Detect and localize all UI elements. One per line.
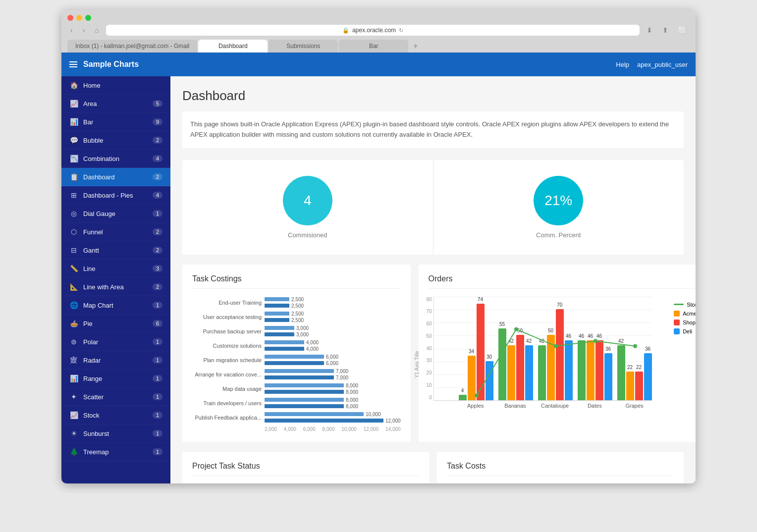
- hbar-bar-wrap-1: 6,000: [265, 354, 401, 360]
- orders-bar-value: 36: [645, 346, 650, 352]
- sidebar-item-treemap[interactable]: 🌲 Treemap 1: [61, 443, 170, 461]
- sidebar-item-radar[interactable]: 🕸 Radar 1: [61, 351, 170, 370]
- sidebar-item-line[interactable]: 📏 Line 3: [61, 260, 170, 278]
- orders-bar-value: 70: [557, 302, 562, 308]
- sidebar-label-range: Range: [83, 375, 102, 382]
- sidebar-item-bar[interactable]: 📊 Bar 9: [61, 113, 170, 131]
- commissioned-value: 4: [304, 193, 312, 209]
- dial-gauge-icon: ◎: [69, 210, 78, 217]
- sidebar-item-polar[interactable]: ⊚ Polar 1: [61, 333, 170, 351]
- task-row: Plan migration schedule 6,000 6,000: [192, 354, 401, 366]
- orders-bar: 46: [595, 340, 603, 400]
- hbar-bar-dark: [265, 361, 324, 365]
- close-button[interactable]: [67, 15, 73, 21]
- tab-dashboard[interactable]: Dashboard: [198, 40, 268, 53]
- sidebar-item-home[interactable]: 🏠 Home: [61, 76, 170, 95]
- pie-icon: 🥧: [69, 319, 78, 327]
- sidebar-item-map-chart[interactable]: 🌐 Map Chart 1: [61, 296, 170, 315]
- orders-bar-value: 22: [627, 365, 633, 370]
- sidebar-item-dashboard-pies[interactable]: ⊞ Dashboard - Pies 4: [61, 186, 170, 205]
- sidebar-item-dashboard[interactable]: 📋 Dashboard 2: [61, 168, 170, 186]
- sidebar-item-area[interactable]: 📈 Area 5: [61, 95, 170, 113]
- sidebar-item-scatter[interactable]: ✦ Scatter 1: [61, 388, 170, 406]
- hbar-bar-dark: [265, 390, 344, 394]
- orders-bar: 42: [538, 345, 546, 400]
- sidebar-item-range[interactable]: 📊 Range 1: [61, 370, 170, 388]
- share-button[interactable]: ⬆: [659, 25, 671, 35]
- orders-bar: 42: [617, 345, 625, 400]
- hbar-val-1: 7,000: [336, 369, 348, 374]
- tab-submissions[interactable]: Submissions: [269, 40, 338, 53]
- sidebar-item-dial-gauge[interactable]: ◎ Dial Gauge 1: [61, 205, 170, 223]
- task-row: Train developers / users 8,000 8,000: [192, 397, 401, 409]
- menu-toggle[interactable]: [69, 61, 77, 67]
- sidebar-item-gantt[interactable]: ⊟ Gantt 2: [61, 241, 170, 260]
- orders-bar-value: 46: [566, 333, 571, 339]
- hbar-axis-label: 2,000: [265, 426, 277, 432]
- comm-percent-label: Comm. Percent: [536, 231, 581, 239]
- sidebar-item-pie[interactable]: 🥧 Pie 6: [61, 315, 170, 333]
- orders-bar-value: 46: [588, 333, 593, 339]
- sidebar-item-combination[interactable]: 📉 Combination 4: [61, 150, 170, 168]
- hbar-val-2: 7,000: [336, 375, 348, 380]
- task-row: End-user Training 2,500 2,500: [192, 297, 401, 309]
- sidebar-item-sunburst[interactable]: ☀ Sunburst 1: [61, 425, 170, 443]
- hbar-bar-dark: [265, 404, 344, 408]
- url-bar[interactable]: 🔒 apex.oracle.com ↻: [106, 25, 640, 36]
- orders-group: 4347430: [459, 304, 493, 400]
- tab-bar[interactable]: Bar: [339, 40, 408, 53]
- hbar-val-1: 2,500: [291, 311, 304, 317]
- sidebar-label-gantt: Gantt: [83, 247, 99, 254]
- line-area-badge: 2: [153, 283, 162, 290]
- legend-label: Store A: [687, 302, 696, 308]
- orders-bar: 46: [565, 340, 573, 400]
- orders-y-title: Y1 Axis Title: [414, 351, 419, 378]
- legend-label: Deli: [683, 328, 692, 334]
- sidebar: 🏠 Home 📈 Area 5 📊 Bar 9: [61, 76, 170, 483]
- range-badge: 1: [153, 375, 162, 382]
- download-button[interactable]: ⬇: [644, 25, 655, 35]
- dashboard-icon: 📋: [69, 173, 78, 181]
- hbar-val-1: 6,000: [326, 354, 338, 360]
- window-button[interactable]: ⬜: [675, 25, 690, 35]
- hbar-bars: 8,000 8,000: [265, 383, 401, 395]
- map-chart-icon: 🌐: [69, 301, 78, 309]
- hbar-label: Publish Feedback applica...: [192, 415, 262, 421]
- hbar-bar-wrap-1: 2,500: [265, 311, 401, 317]
- hbar-val-2: 3,000: [296, 332, 309, 337]
- sidebar-label-dashboard-pies: Dashboard - Pies: [83, 192, 133, 199]
- sidebar-label-bar: Bar: [83, 118, 93, 126]
- hbar-axis-label: 12,000: [364, 426, 379, 432]
- orders-bar-value: 34: [469, 349, 474, 354]
- orders-bar-value: 42: [526, 338, 532, 344]
- forward-button[interactable]: ›: [80, 25, 88, 35]
- minimize-button[interactable]: [76, 15, 82, 21]
- help-link[interactable]: Help: [616, 61, 629, 68]
- tab-gmail[interactable]: Inbox (1) - kallman.joel@gmail.com - Gma…: [67, 40, 197, 53]
- hbar-bar-light: [265, 412, 364, 416]
- legend-label: Acme Store: [683, 311, 696, 317]
- sidebar-item-bubble[interactable]: 💬 Bubble 2: [61, 131, 170, 150]
- sidebar-item-funnel[interactable]: ⬡ Funnel 2: [61, 223, 170, 241]
- maximize-button[interactable]: [85, 15, 91, 21]
- hbar-bar-wrap-2: 2,500: [265, 318, 401, 323]
- hbar-label: End-user Training: [192, 300, 262, 306]
- orders-bar-value: 42: [508, 338, 514, 344]
- new-tab-button[interactable]: +: [409, 40, 422, 53]
- hbar-bar-dark: [265, 332, 294, 336]
- hbar-val-1: 8,000: [346, 383, 358, 388]
- sidebar-item-stock[interactable]: 📈 Stock 1: [61, 406, 170, 425]
- sidebar-item-line-with-area[interactable]: 📐 Line with Area 2: [61, 278, 170, 296]
- scatter-icon: ✦: [69, 393, 78, 401]
- hbar-bars: 2,500 2,500: [265, 297, 401, 309]
- hbar-bar-wrap-1: 2,500: [265, 297, 401, 302]
- funnel-badge: 2: [153, 228, 162, 235]
- back-button[interactable]: ‹: [67, 25, 76, 35]
- user-menu[interactable]: apex_public_user: [637, 61, 688, 68]
- hbar-bar-wrap-2: 4,000: [265, 346, 401, 352]
- home-nav-button[interactable]: ⌂: [92, 25, 102, 35]
- hbar-bar-wrap-2: 12,000: [265, 418, 401, 424]
- hbar-bar-light: [265, 355, 324, 359]
- bubble-badge: 2: [153, 137, 162, 144]
- orders-bars-wrap: 46464636: [578, 340, 612, 400]
